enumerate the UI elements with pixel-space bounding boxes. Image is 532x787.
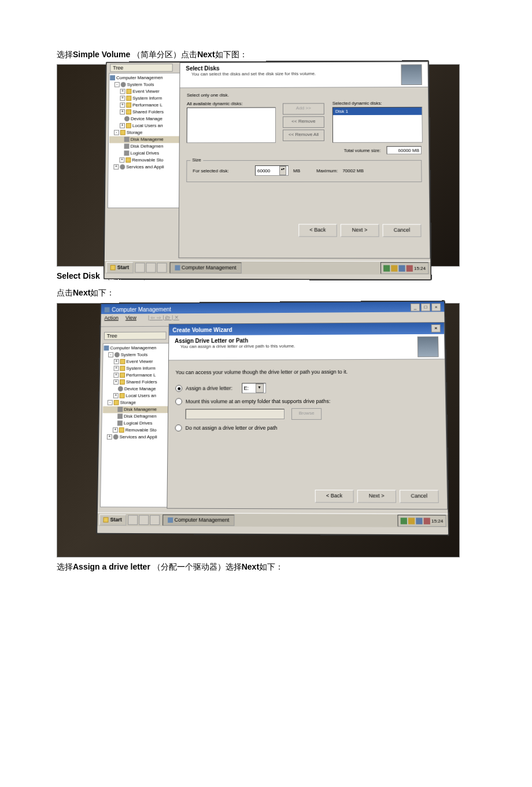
nav-tree[interactable]: Computer Managemen -System Tools +Event … xyxy=(108,73,181,208)
next-button[interactable]: Next > xyxy=(357,490,396,503)
collapse-icon[interactable]: - xyxy=(114,130,119,135)
next-button[interactable]: Next > xyxy=(341,224,379,237)
expand-icon[interactable]: + xyxy=(120,123,125,128)
disk1-item[interactable]: Disk 1 xyxy=(333,108,422,115)
taskbar[interactable]: Start Computer Management 15:24 xyxy=(97,512,448,527)
app-icon xyxy=(105,307,110,312)
tray-icon[interactable] xyxy=(398,265,405,271)
collapse-icon[interactable]: - xyxy=(114,82,120,87)
gear-icon xyxy=(121,82,126,87)
collapse-icon[interactable]: - xyxy=(108,352,113,357)
tray-icon[interactable] xyxy=(391,265,397,271)
folder-icon xyxy=(126,103,131,108)
expand-icon[interactable]: + xyxy=(119,158,124,163)
drive-letter-combo[interactable]: E:▼ xyxy=(242,383,266,393)
quick-launch-icon[interactable] xyxy=(157,263,167,272)
system-tray[interactable]: 15:24 xyxy=(380,263,429,275)
folder-icon xyxy=(126,123,131,128)
close-button[interactable]: × xyxy=(431,303,441,311)
assign-letter-label: Assign a drive letter: xyxy=(186,385,232,391)
expand-icon[interactable]: + xyxy=(114,359,119,364)
expand-icon[interactable]: + xyxy=(120,96,125,101)
quick-launch-icon[interactable] xyxy=(150,515,160,524)
back-button[interactable]: < Back xyxy=(298,224,337,237)
folder-icon xyxy=(120,366,125,371)
expand-icon[interactable]: + xyxy=(113,379,119,385)
taskbar[interactable]: Start Computer Management 15:24 xyxy=(105,260,431,275)
expand-icon[interactable]: + xyxy=(113,372,119,378)
tray-icon[interactable] xyxy=(401,517,407,523)
expand-icon[interactable]: + xyxy=(113,393,119,398)
caption-2b: 点击Next如下： xyxy=(57,286,474,300)
available-label: All available dynamic disks: xyxy=(187,101,275,106)
dropdown-arrow-icon[interactable]: ▼ xyxy=(256,383,264,393)
folder-icon xyxy=(114,400,119,405)
tree-label: Tree xyxy=(110,64,172,72)
tree-disk-management[interactable]: Disk Manageme xyxy=(103,406,172,413)
total-size-label: Total volume size: xyxy=(344,148,381,153)
taskbar-app[interactable]: Computer Management xyxy=(162,514,235,526)
cancel-button[interactable]: Cancel xyxy=(382,224,421,237)
mount-path-input[interactable] xyxy=(186,409,285,419)
wizard-icon xyxy=(401,64,422,85)
menu-view[interactable]: View xyxy=(125,315,136,320)
radio-assign-letter[interactable] xyxy=(175,385,182,391)
radio-mount-folder[interactable] xyxy=(175,398,182,405)
tray-icon[interactable] xyxy=(416,517,422,523)
folder-icon xyxy=(120,379,125,385)
start-button[interactable]: Start xyxy=(106,262,134,273)
expand-icon[interactable]: + xyxy=(120,89,125,94)
menu-action[interactable]: Action xyxy=(104,315,119,320)
windows-icon xyxy=(110,265,116,270)
start-button[interactable]: Start xyxy=(99,513,126,524)
maximize-button[interactable]: □ xyxy=(421,303,430,311)
quick-launch-icon[interactable] xyxy=(128,515,138,524)
browse-button[interactable]: Browse xyxy=(291,408,322,419)
dialog-subtitle: You can select the disks and set the dis… xyxy=(191,71,401,77)
remove-button[interactable]: << Remove xyxy=(283,116,324,128)
taskbar-app[interactable]: Computer Management xyxy=(169,262,242,274)
add-button[interactable]: Add >> xyxy=(283,103,324,114)
minimize-button[interactable]: _ xyxy=(411,303,420,311)
maximum-value: 70002 MB xyxy=(342,168,364,173)
quick-launch-icon[interactable] xyxy=(139,515,149,524)
screenshot-2: Computer Management _ □ × Action View | … xyxy=(57,303,460,557)
expand-icon[interactable]: + xyxy=(113,427,118,433)
back-button[interactable]: < Back xyxy=(315,489,354,503)
tray-icon[interactable] xyxy=(383,265,390,271)
gear-icon xyxy=(120,165,125,170)
app-icon xyxy=(168,517,173,522)
size-spinner[interactable]: 60000▴▾ xyxy=(255,165,289,176)
selected-disks-list[interactable]: Disk 1 xyxy=(332,107,423,143)
collapse-icon[interactable]: - xyxy=(108,400,113,405)
expand-icon[interactable]: + xyxy=(120,110,125,115)
system-tray[interactable]: 15:24 xyxy=(397,515,446,527)
expand-icon[interactable]: + xyxy=(113,165,119,170)
tray-icon[interactable] xyxy=(408,517,415,523)
wizard-icon xyxy=(418,336,439,357)
close-icon[interactable]: × xyxy=(431,324,441,332)
app-icon xyxy=(175,265,180,270)
mount-folder-label: Mount this volume at an empty folder tha… xyxy=(186,398,330,404)
spinner-arrows-icon[interactable]: ▴▾ xyxy=(279,166,286,175)
folder-icon xyxy=(120,359,125,364)
nav-tree[interactable]: Computer Managemen -System Tools +Event … xyxy=(100,343,174,508)
expand-icon[interactable]: + xyxy=(120,103,125,108)
remove-all-button[interactable]: << Remove All xyxy=(283,130,324,141)
defrag-icon xyxy=(124,144,130,149)
monitor-screen-1: Tree Computer Managemen -System Tools +E… xyxy=(104,60,432,280)
windows-icon xyxy=(103,517,108,522)
radio-no-assign[interactable] xyxy=(175,424,182,431)
tray-icon[interactable] xyxy=(407,265,413,271)
tray-icon[interactable] xyxy=(423,518,430,524)
monitor-screen-2: Computer Management _ □ × Action View | … xyxy=(96,300,449,535)
quick-launch-icon[interactable] xyxy=(135,263,145,272)
expand-icon[interactable]: + xyxy=(107,434,112,439)
drives-icon xyxy=(124,151,129,156)
expand-icon[interactable]: + xyxy=(114,366,119,371)
quick-launch-icon[interactable] xyxy=(146,263,156,272)
tree-disk-management[interactable]: Disk Manageme xyxy=(109,136,179,143)
available-disks-list[interactable] xyxy=(187,108,276,143)
device-icon xyxy=(118,386,123,391)
cancel-button[interactable]: Cancel xyxy=(400,490,439,503)
